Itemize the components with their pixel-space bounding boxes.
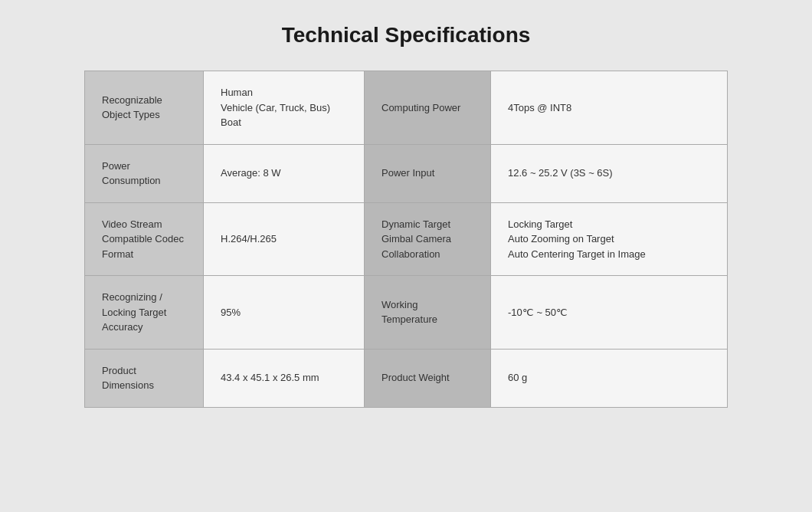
row-2-value1: H.264/H.265 (204, 202, 365, 276)
row-1-label1: Power Consumption (85, 144, 204, 202)
row-2-label1: Video Stream Compatible Codec Format (85, 202, 204, 276)
row-1-label2: Power Input (365, 144, 491, 202)
row-3-value2: -10℃ ~ 50℃ (491, 276, 728, 350)
row-2-value2: Locking TargetAuto Zooming on TargetAuto… (491, 202, 728, 276)
table-row: Product Dimensions43.4 x 45.1 x 26.5 mmP… (85, 349, 728, 407)
specs-table: Recognizable Object TypesHumanVehicle (C… (84, 71, 728, 408)
row-1-value2: 12.6 ~ 25.2 V (3S ~ 6S) (491, 144, 728, 202)
row-2-label2: Dynamic Target Gimbal Camera Collaborati… (365, 202, 491, 276)
row-4-label1: Product Dimensions (85, 349, 204, 407)
row-3-label2: Working Temperature (365, 276, 491, 350)
table-row: Video Stream Compatible Codec FormatH.26… (85, 202, 728, 276)
table-row: Power ConsumptionAverage: 8 WPower Input… (85, 144, 728, 202)
row-4-value1: 43.4 x 45.1 x 26.5 mm (204, 349, 365, 407)
row-0-value2: 4Tops @ INT8 (491, 71, 728, 145)
row-4-label2: Product Weight (365, 349, 491, 407)
row-0-label1: Recognizable Object Types (85, 71, 204, 145)
row-3-value1: 95% (204, 276, 365, 350)
row-0-label2: Computing Power (365, 71, 491, 145)
table-row: Recognizing / Locking Target Accuracy95%… (85, 276, 728, 350)
row-3-label1: Recognizing / Locking Target Accuracy (85, 276, 204, 350)
row-0-value1: HumanVehicle (Car, Truck, Bus)Boat (204, 71, 365, 145)
row-1-value1: Average: 8 W (204, 144, 365, 202)
row-4-value2: 60 g (491, 349, 728, 407)
table-row: Recognizable Object TypesHumanVehicle (C… (85, 71, 728, 145)
page-title: Technical Specifications (282, 23, 531, 48)
